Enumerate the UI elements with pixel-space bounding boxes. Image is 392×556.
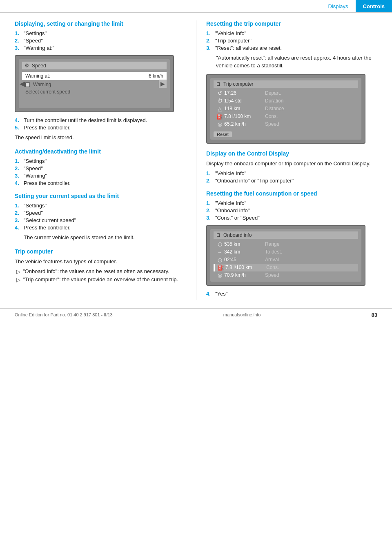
trip-distance-icon: △ <box>215 106 224 112</box>
trip-duration-value: 1:54 std <box>224 98 265 104</box>
trip-depart-label: Depart. <box>265 90 281 96</box>
section-displaying-title: Displaying, setting or changing the limi… <box>15 20 186 27</box>
rf-step-3-num: 3. <box>206 215 214 221</box>
step-5: 5. Press the controller. <box>15 125 186 131</box>
rt-step-2-text: "Trip computer" <box>215 38 252 44</box>
yes-step-4-num: 4. <box>206 291 214 297</box>
main-content: Displaying, setting or changing the limi… <box>0 13 392 300</box>
section2-steps: 1. "Settings" 2. "Speed" 3. "Warning" 4.… <box>15 158 186 186</box>
warning-row: Warning <box>22 81 167 88</box>
tab-displays-label: Displays <box>328 3 348 9</box>
control-display-steps: 1. "Vehicle Info" 2. "Onboard info" or "… <box>206 170 382 184</box>
onboard-row-arrival: ◷ 02:45 Arrival <box>214 256 358 264</box>
trip-display-title-bar: 🗒 Trip computer <box>214 80 358 88</box>
spd-step-2-num: 2. <box>15 210 22 216</box>
act-step-2-text: "Speed" <box>24 165 43 171</box>
onboard-row-todest: → 342 km To dest. <box>214 248 358 256</box>
act-step-3-text: "Warning" <box>24 173 47 179</box>
onboard-speed-icon: ◎ <box>215 272 224 278</box>
onboard-range-label: Range <box>265 241 279 247</box>
tab-controls[interactable]: Controls <box>356 0 392 12</box>
step-4-text: Turn the controller until the desired li… <box>24 117 147 123</box>
rf-step-1: 1. "Vehicle Info" <box>206 200 382 206</box>
rf-step-3-text: "Cons." or "Speed" <box>215 215 260 221</box>
yes-step-4: 4. "Yes" <box>206 291 382 297</box>
section-activating-title: Activating/deactivating the limit <box>15 148 186 155</box>
step-4: 4. Turn the controller until the desired… <box>15 117 186 123</box>
nav-arrow-right-icon: ▶ <box>159 80 167 88</box>
footer-left-text: Online Edition for Part no. 01 40 2 917 … <box>15 312 113 317</box>
spd-step-3: 3. "Select current speed" <box>15 217 186 223</box>
trip-duration-label: Duration <box>265 98 283 104</box>
speed-display-mockup: ◀ ⚙ Speed Warning at: 6 km/h Warning Sel… <box>15 55 174 112</box>
page-header: Displays Controls <box>0 0 392 13</box>
current-speed-note: The current vehicle speed is stored as t… <box>24 234 186 242</box>
warning-checkbox-icon <box>25 82 30 87</box>
warning-label: Warning <box>33 82 51 87</box>
trip-row-cons: ⛽ 7.8 l/100 km Cons. <box>214 113 358 120</box>
warning-at-value: 6 km/h <box>149 73 163 79</box>
reset-fuel-steps: 1. "Vehicle Info" 2. "Onboard info" 3. "… <box>206 200 382 221</box>
section-control-display-title: Display on the Control Display <box>206 150 382 157</box>
rt-step-1-num: 1. <box>206 30 214 36</box>
speed-display-inner: ◀ ⚙ Speed Warning at: 6 km/h Warning Sel… <box>19 59 170 108</box>
tab-controls-label: Controls <box>363 3 385 9</box>
trip-display-title: Trip computer <box>223 81 254 87</box>
onboard-display-title: Onboard info <box>223 232 252 238</box>
cd-step-2: 2. "Onboard info" or "Trip computer" <box>206 178 382 184</box>
step-5-text: Press the controller. <box>24 125 71 131</box>
step-1: 1. "Settings" <box>15 30 186 36</box>
footer-site: manualsonline.info <box>223 312 261 317</box>
onboard-display-inner: 🗒 Onboard info ⬡ 535 km Range → 342 km T… <box>210 229 361 282</box>
trip-reset-button[interactable]: Reset <box>214 131 232 137</box>
trip-cons-label: Cons. <box>265 113 278 119</box>
spd-step-1: 1. "Settings" <box>15 202 186 209</box>
act-step-3-num: 3. <box>15 173 22 179</box>
act-step-4: 4. Press the controller. <box>15 180 186 186</box>
stored-note: The speed limit is stored. <box>15 134 186 142</box>
rf-step-2-text: "Onboard info" <box>215 207 249 214</box>
onboard-display-mockup: 🗒 Onboard info ⬡ 535 km Range → 342 km T… <box>206 225 365 286</box>
trip-row-depart: ↺ 17:26 Depart. <box>214 89 358 97</box>
spd-step-1-num: 1. <box>15 202 22 209</box>
act-step-4-text: Press the controller. <box>24 180 71 186</box>
bullet-trip-text: "Trip computer": the values provide an o… <box>23 276 178 283</box>
rf-step-3: 3. "Cons." or "Speed" <box>206 215 382 221</box>
onboard-arrival-label: Arrival <box>265 257 279 262</box>
reset-trip-steps: 1. "Vehicle Info" 2. "Trip computer" 3. … <box>206 30 382 51</box>
onboard-speed-value: 70.9 km/h <box>224 272 265 278</box>
cd-step-1: 1. "Vehicle Info" <box>206 170 382 176</box>
act-step-4-num: 4. <box>15 180 22 186</box>
trip-duration-icon: ⏱ <box>215 98 224 104</box>
bullet-trip: ▷ "Trip computer": the values provide an… <box>15 276 186 283</box>
tab-displays[interactable]: Displays <box>321 0 355 12</box>
nav-arrow-left-icon: ◀ <box>20 79 25 88</box>
spd-step-2-text: "Speed" <box>24 210 43 216</box>
warning-at-label: Warning at: <box>25 73 50 79</box>
onboard-row-range: ⬡ 535 km Range <box>214 240 358 248</box>
step-3-num: 3. <box>15 45 22 51</box>
onboard-range-icon: ⬡ <box>215 241 224 247</box>
trip-distance-value: 118 km <box>224 106 265 111</box>
section3-steps: 1. "Settings" 2. "Speed" 3. "Select curr… <box>15 202 186 231</box>
spd-step-3-text: "Select current speed" <box>24 217 76 223</box>
onboard-row-cons: ⛽ 7.8 l/100 km Cons. <box>214 264 358 271</box>
steps-4-5: 4. Turn the controller until the desired… <box>15 117 186 131</box>
left-column: Displaying, setting or changing the limi… <box>0 20 196 300</box>
footer-page-number: 83 <box>372 312 377 318</box>
spd-step-2: 2. "Speed" <box>15 210 186 216</box>
spd-step-4: 4. Press the controller. <box>15 225 186 231</box>
onboard-row-speed: ◎ 70.9 km/h Speed <box>214 271 358 279</box>
rf-step-1-text: "Vehicle Info" <box>215 200 246 206</box>
right-column: Resetting the trip computer 1. "Vehicle … <box>196 20 392 300</box>
trip-computer-intro: The vehicle features two types of comput… <box>15 258 186 266</box>
yes-step: 4. "Yes" <box>206 291 382 297</box>
speed-display-title: Speed <box>32 63 46 69</box>
section1-steps: 1. "Settings" 2. "Speed" 3. "Warning at:… <box>15 30 186 51</box>
trip-row-duration: ⏱ 1:54 std Duration <box>214 97 358 105</box>
trip-depart-icon: ↺ <box>215 90 224 96</box>
spd-step-3-num: 3. <box>15 217 22 223</box>
select-speed-label: Select current speed <box>25 89 70 95</box>
bullet-arrow-icon-2: ▷ <box>16 277 20 283</box>
trip-computer-bullets: ▷ "Onboard info": the values can be rese… <box>15 268 186 283</box>
